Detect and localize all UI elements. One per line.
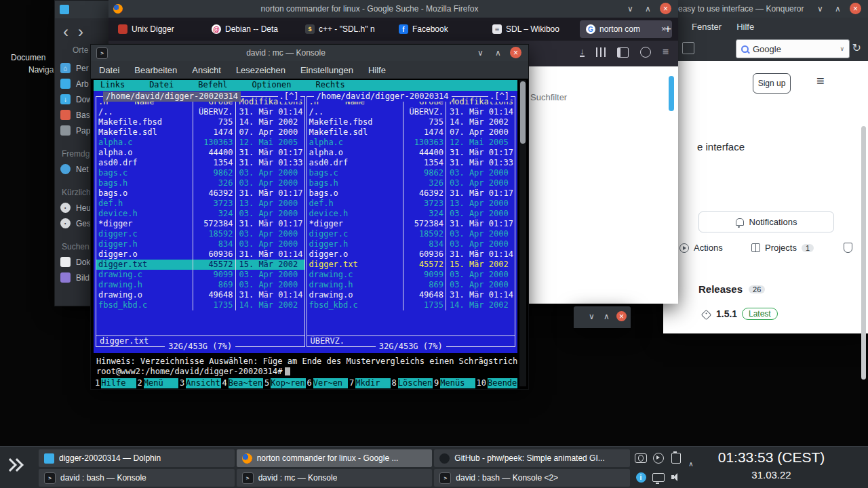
mc-menu-item[interactable]: Datei: [149, 80, 174, 91]
file-row[interactable]: Makefile.sdl 1474 07. Apr 2000: [96, 127, 304, 138]
mc-panel-path[interactable]: /home/david/digger-20020314: [314, 92, 452, 102]
releases-section-header[interactable]: Releases 26: [698, 283, 765, 295]
file-row[interactable]: alpha.c 130363 12. Mai 2005: [96, 138, 304, 148]
minimize-button[interactable]: [625, 3, 636, 14]
file-row[interactable]: drawing.o 49648 31. Mär 01:14: [307, 290, 515, 300]
file-row[interactable]: fbsd_kbd.c 1735 14. Mär 2002: [96, 300, 304, 310]
file-row[interactable]: bags.o 46392 31. Mär 01:17: [96, 188, 304, 199]
mc-command-line[interactable]: root@www2:/home/david/digger-20020314#: [94, 367, 517, 377]
function-key-button[interactable]: 5 Kop~ren: [263, 378, 306, 388]
konsole-titlebar[interactable]: david : mc — Konsole: [91, 45, 528, 61]
close-button[interactable]: [660, 3, 671, 14]
file-row[interactable]: bags.o 46392 31. Mär 01:17: [307, 188, 515, 199]
clipboard-icon[interactable]: [669, 451, 684, 466]
file-row[interactable]: alpha.o 44400 31. Mär 01:17: [307, 148, 515, 158]
browser-tab[interactable]: norton com ×: [580, 20, 672, 38]
file-row[interactable]: *digger 572384 31. Mär 01:17: [96, 219, 304, 229]
digital-clock[interactable]: 01:33:53 (CEST) 31.03.22: [698, 448, 844, 483]
mc-menu-item[interactable]: Optionen: [252, 80, 292, 91]
menu-item[interactable]: Datei: [99, 65, 119, 75]
file-row[interactable]: def.h 3723 13. Apr 2000: [96, 199, 304, 209]
file-row[interactable]: device.h 324 03. Apr 2000: [307, 209, 515, 219]
browser-tab[interactable]: Debian -- Deta ×: [205, 20, 298, 38]
screenshot-tool-icon[interactable]: [633, 451, 648, 466]
new-tab-button[interactable]: +: [665, 22, 671, 36]
task-button[interactable]: norton commander for linux - Google ...: [237, 449, 433, 467]
function-key-button[interactable]: 9 Menüs: [433, 378, 475, 388]
file-row[interactable]: bags.h 326 03. Apr 2000: [96, 178, 304, 188]
maximize-button[interactable]: [492, 47, 504, 58]
task-button[interactable]: digger-20020314 — Dolphin: [39, 449, 235, 467]
file-row[interactable]: asd0.drf 1354 31. Mär 01:33: [96, 158, 304, 168]
close-button[interactable]: [850, 3, 861, 14]
account-icon[interactable]: [640, 47, 651, 58]
function-key-button[interactable]: 10 Beenden: [475, 378, 518, 388]
file-row[interactable]: *digger 572384 31. Mär 01:17: [307, 219, 515, 229]
file-row[interactable]: drawing.h 869 03. Apr 2000: [307, 280, 515, 290]
file-row[interactable]: digger.c 18592 03. Apr 2000: [96, 229, 304, 239]
toolbar-icon[interactable]: [682, 42, 694, 54]
search-engine-combobox[interactable]: Google: [736, 39, 850, 58]
task-button[interactable]: david : bash — Konsole <2>: [434, 469, 630, 487]
mc-menu-item[interactable]: Befehl: [198, 80, 227, 91]
tab-actions[interactable]: Actions: [679, 243, 723, 253]
file-row[interactable]: drawing.c 9099 03. Apr 2000: [307, 270, 515, 280]
function-key-button[interactable]: 6 Ver~en: [306, 378, 349, 388]
display-icon[interactable]: [651, 470, 666, 485]
scrollbar[interactable]: [519, 80, 526, 386]
file-row[interactable]: digger.o 60936 31. Mär 01:14: [307, 249, 515, 260]
file-row[interactable]: fbsd_kbd.c 1735 14. Mär 2002: [307, 300, 515, 310]
file-row[interactable]: digger.txt 45572 15. Mär 2002: [96, 260, 304, 270]
reload-icon[interactable]: [852, 41, 861, 54]
maximize-button[interactable]: [601, 311, 612, 321]
mc-panel-corner[interactable]: .[^]: [488, 92, 511, 102]
browser-tab[interactable]: Facebook ×: [393, 20, 485, 38]
file-row[interactable]: Makefile.sdl 1474 07. Apr 2000: [307, 127, 515, 138]
menu-item[interactable]: Einstellungen: [300, 65, 353, 75]
file-row[interactable]: digger.txt 45572 15. Mär 2002: [307, 260, 515, 270]
background-window-titlebar[interactable]: [574, 306, 631, 328]
file-row[interactable]: digger.c 18592 03. Apr 2000: [307, 229, 515, 239]
menu-item[interactable]: Fenster: [692, 22, 722, 32]
file-row[interactable]: digger.o 60936 31. Mär 01:14: [96, 249, 304, 260]
sidebar-icon[interactable]: [617, 47, 629, 58]
mc-panel-path[interactable]: /home/david/digger-20020314: [103, 92, 241, 102]
file-row[interactable]: drawing.c 9099 03. Apr 2000: [96, 270, 304, 280]
file-row[interactable]: /.. ÜBERVZ. 31. Mär 01:14: [307, 107, 515, 117]
browser-tab[interactable]: SDL – Wikiboo ×: [486, 20, 578, 38]
release-version-link[interactable]: 1.5.1: [716, 308, 737, 319]
search-filter-link[interactable]: Suchfilter: [530, 92, 567, 102]
file-row[interactable]: digger.h 834 03. Apr 2000: [96, 239, 304, 249]
input-method-icon[interactable]: [633, 470, 648, 485]
maximize-button[interactable]: [832, 3, 844, 14]
notifications-button[interactable]: Notifications: [698, 211, 834, 232]
terminal[interactable]: LinksDateiBefehlOptionenRechts /home/dav…: [91, 79, 528, 389]
close-button[interactable]: [616, 311, 627, 321]
konqueror-titlebar[interactable]: easy to use interface — Konqueror: [663, 0, 868, 18]
maximize-button[interactable]: [642, 3, 654, 14]
library-icon[interactable]: [596, 47, 606, 57]
tab-security[interactable]: [844, 243, 852, 253]
file-row[interactable]: drawing.h 869 03. Apr 2000: [96, 280, 304, 290]
firefox-titlebar[interactable]: norton commander for linux - Google Such…: [108, 0, 678, 18]
tray-expander-icon[interactable]: [684, 456, 698, 471]
file-row[interactable]: drawing.o 49648 31. Mär 01:14: [96, 290, 304, 300]
tab-projects[interactable]: Projects 1: [751, 243, 814, 253]
back-icon[interactable]: ‹: [63, 25, 68, 39]
menu-item[interactable]: Hilfe: [368, 65, 386, 75]
app-launcher-button[interactable]: [5, 460, 22, 470]
function-key-button[interactable]: 1 Hilfe: [94, 378, 136, 388]
sign-up-button[interactable]: Sign up: [753, 73, 791, 94]
scrollbar-thumb[interactable]: [520, 81, 526, 144]
file-row[interactable]: device.h 324 03. Apr 2000: [96, 209, 304, 219]
menu-item[interactable]: Lesezeichen: [236, 65, 285, 75]
task-button[interactable]: david : bash — Konsole: [39, 469, 235, 487]
menu-item[interactable]: Ansicht: [192, 65, 221, 75]
menu-item[interactable]: Bearbeiten: [134, 65, 177, 75]
forward-icon[interactable]: ›: [78, 25, 83, 39]
mc-menu-item[interactable]: Links: [100, 80, 125, 91]
media-player-icon[interactable]: [651, 451, 666, 466]
downloads-icon[interactable]: [580, 47, 585, 57]
browser-tab[interactable]: c++ - "SDL.h" n ×: [299, 20, 391, 38]
file-row[interactable]: /.. ÜBERVZ. 31. Mär 01:14: [96, 107, 304, 117]
